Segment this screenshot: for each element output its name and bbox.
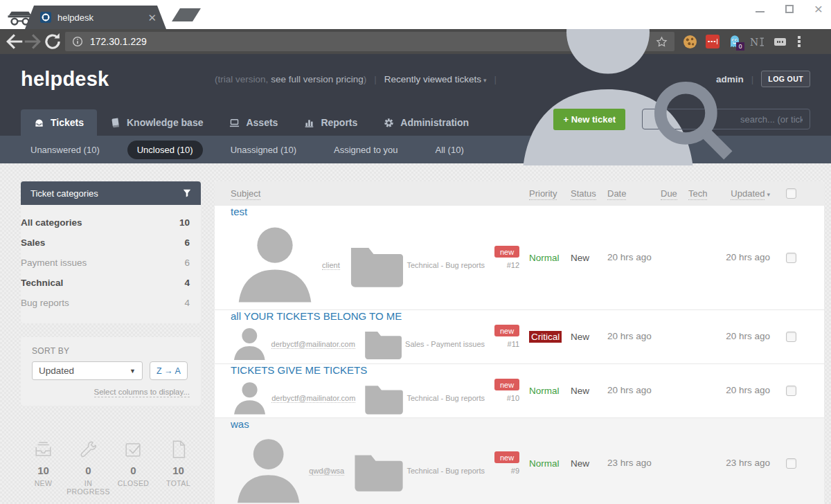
row-checkbox[interactable] [786, 332, 796, 342]
inbox-icon [21, 439, 66, 460]
reload-button[interactable] [43, 32, 62, 51]
select-all-checkbox[interactable] [786, 188, 796, 199]
ticket-row[interactable]: all YOUR TICKETS BELONG TO ME derbyctf@m… [215, 309, 824, 363]
updated-value: 20 hrs ago [726, 331, 770, 341]
date-value: 20 hrs ago [607, 331, 652, 341]
sort-field-select[interactable]: Updated ▼ [32, 361, 143, 380]
nav-tab[interactable]: Knowledge base [97, 109, 216, 136]
category-item[interactable]: Bug reports 4 [21, 293, 201, 313]
window-minimize-button[interactable] [756, 11, 765, 12]
forward-button[interactable] [24, 32, 43, 51]
folder-icon [362, 328, 402, 360]
sort-order-button[interactable]: Z → A [150, 361, 188, 380]
window-maximize-button[interactable] [785, 5, 794, 13]
ticket-subject-link[interactable]: test [231, 206, 247, 217]
column-tech[interactable]: Tech [688, 188, 707, 200]
window-controls: × [756, 4, 823, 14]
priority-value: Critical [529, 331, 562, 343]
column-date[interactable]: Date [607, 188, 626, 200]
nav-tab[interactable]: Administration [370, 109, 482, 136]
browser-titlebar: helpdesk ✕ × [0, 0, 831, 29]
search-input[interactable] [740, 114, 803, 125]
user-icon [231, 433, 306, 504]
filter-item[interactable]: All (10) [426, 141, 474, 159]
nav-tab[interactable]: Reports [291, 109, 370, 136]
tab-close-icon[interactable]: ✕ [148, 12, 157, 23]
stat-value: 10 [21, 465, 66, 476]
column-priority[interactable]: Priority [529, 188, 557, 200]
column-subject[interactable]: Subject [231, 188, 260, 200]
logout-button[interactable]: LOG OUT [761, 71, 810, 87]
sidebar: Ticket categories All categories 10 Sale… [21, 181, 201, 496]
ticket-subject-link[interactable]: was [231, 418, 249, 430]
ticket-from[interactable]: derbyctf@mailinator.com [271, 394, 355, 403]
search-box[interactable] [642, 109, 810, 129]
ticket-category[interactable]: Technical - Bug reports [407, 394, 485, 402]
stat-label: NEW [21, 479, 66, 487]
category-count: 10 [179, 217, 190, 228]
category-count: 4 [184, 298, 190, 308]
ticket-id: #9 [511, 467, 519, 475]
updated-value: 20 hrs ago [726, 252, 770, 262]
column-updated[interactable]: Updated [731, 188, 765, 200]
filter-funnel-icon[interactable] [183, 189, 191, 197]
new-tab-button[interactable] [172, 8, 201, 21]
browser-tab[interactable]: helpdesk ✕ [25, 6, 166, 29]
category-item[interactable]: Payment issues 6 [21, 253, 201, 273]
date-value: 23 hrs ago [607, 458, 652, 468]
ticket-row[interactable]: was qwd@wsa Technical - Bug reports new … [215, 417, 824, 504]
tab-title: helpdesk [57, 12, 142, 23]
column-due[interactable]: Due [661, 188, 677, 200]
stat-label: CLOSED [111, 479, 156, 487]
ticket-subject-link[interactable]: TICKETS GIVE ME TICKETS [231, 364, 367, 376]
filter-item[interactable]: Unassigned (10) [221, 141, 306, 159]
select-columns-link[interactable]: Select columns to display... [32, 388, 190, 396]
stat-value: 0 [111, 465, 156, 476]
check-square-icon [111, 439, 156, 460]
nav-tab[interactable]: Assets [216, 109, 291, 136]
status-value: New [571, 458, 589, 469]
category-item[interactable]: Technical 4 [21, 273, 201, 293]
ghostery-badge: 0 [736, 42, 744, 51]
new-badge: new [494, 325, 519, 336]
ticket-subject-link[interactable]: all YOUR TICKETS BELONG TO ME [231, 310, 402, 322]
ticket-category[interactable]: Technical - Bug reports [407, 467, 485, 475]
category-item[interactable]: Sales 6 [21, 233, 201, 253]
column-status[interactable]: Status [571, 188, 596, 200]
separator: | [494, 74, 497, 84]
ticket-from[interactable]: qwd@wsa [309, 467, 344, 476]
pricing-link[interactable]: see full version pricing [271, 74, 364, 84]
categories-panel-header: Ticket categories [21, 181, 201, 205]
filter-item[interactable]: Assigned to you [324, 141, 408, 159]
app-logo[interactable]: helpdesk [21, 68, 109, 91]
back-button[interactable] [4, 32, 24, 51]
new-ticket-button[interactable]: + New ticket [553, 109, 625, 130]
ticket-row[interactable]: test client Technical - Bug reports new … [215, 205, 824, 309]
filter-item[interactable]: Unanswered (10) [21, 141, 109, 159]
ticket-category[interactable]: Technical - Bug reports [407, 261, 485, 269]
ticket-category[interactable]: Sales - Payment issues [405, 340, 485, 348]
ticket-from[interactable]: derbyctf@mailinator.com [271, 340, 355, 349]
filter-item[interactable]: Unclosed (10) [127, 141, 203, 159]
stat-label: TOTAL [156, 479, 201, 487]
row-checkbox[interactable] [786, 386, 796, 396]
tickets-table: Subject Priority Status Date Due Tech Up… [215, 181, 824, 504]
chevron-down-icon: ▾ [483, 77, 487, 84]
row-checkbox[interactable] [786, 253, 796, 263]
page-icon [156, 439, 201, 460]
window-close-button[interactable]: × [814, 4, 823, 14]
ticket-from[interactable]: client [322, 261, 340, 270]
user-icon [231, 379, 269, 417]
stat-label: IN PROGRESS [66, 479, 111, 496]
ghostery-extension-icon[interactable]: 0 [729, 35, 741, 48]
ticket-row[interactable]: TICKETS GIVE ME TICKETS derbyctf@mailina… [215, 363, 824, 417]
nav-tab[interactable]: Tickets [21, 109, 97, 136]
row-checkbox[interactable] [786, 458, 796, 469]
recently-viewed-dropdown[interactable]: Recently viewed tickets▾ [384, 74, 487, 84]
category-item[interactable]: All categories 10 [21, 213, 201, 233]
user-icon [231, 325, 269, 363]
content-area: Ticket categories All categories 10 Sale… [0, 163, 831, 504]
updated-value: 23 hrs ago [726, 458, 770, 468]
page-info-icon[interactable] [72, 36, 83, 47]
new-badge: new [494, 379, 519, 390]
